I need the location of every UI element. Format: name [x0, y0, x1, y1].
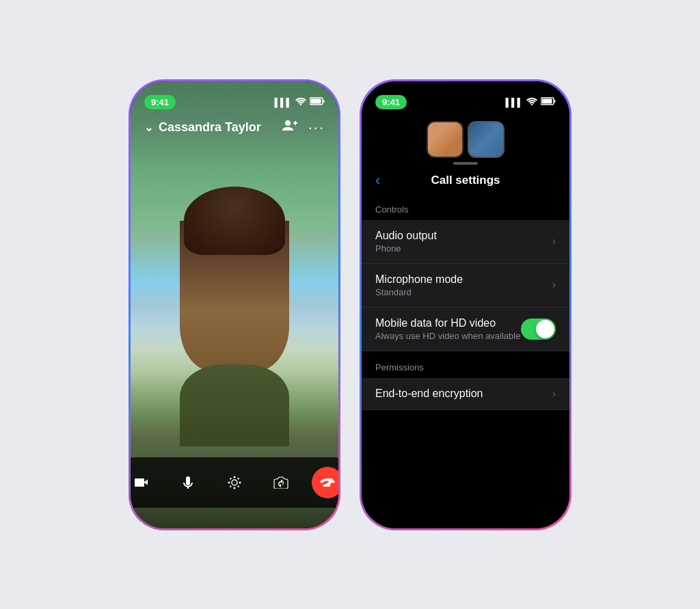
mobile-data-row[interactable]: Mobile data for HD video Always use HD v… [362, 308, 569, 351]
hair [184, 187, 285, 255]
svg-point-11 [238, 478, 239, 479]
chevron-down-icon[interactable]: ⌄ [144, 121, 153, 134]
svg-point-6 [234, 487, 236, 489]
encryption-title: End-to-end encryption [375, 388, 483, 400]
svg-point-9 [230, 478, 231, 479]
audio-output-left: Audio output Phone [375, 230, 437, 254]
svg-point-8 [239, 481, 241, 483]
left-phone-frame: 9:41 ▌▌▌ [129, 79, 340, 530]
left-phone-screen: 9:41 ▌▌▌ [131, 81, 338, 528]
person-silhouette [166, 187, 303, 446]
right-phone-frame: 9:41 ▌▌▌ [360, 79, 571, 530]
svg-point-10 [238, 485, 239, 487]
controls-section-header: Controls [362, 193, 569, 220]
svg-rect-17 [542, 99, 552, 104]
right-battery-icon [541, 97, 556, 107]
svg-point-5 [234, 476, 236, 478]
call-header: ⌄ Cassandra Taylor ··· [131, 119, 338, 137]
body [180, 364, 289, 446]
right-phone-screen: 9:41 ▌▌▌ [362, 81, 569, 528]
call-name-area: ⌄ Cassandra Taylor [144, 120, 261, 135]
mobile-data-subtitle: Always use HD video when available [375, 331, 520, 341]
effects-button[interactable] [219, 467, 250, 498]
hd-video-toggle[interactable] [521, 319, 556, 340]
left-status-bar: 9:41 ▌▌▌ [131, 81, 338, 116]
left-time: 9:41 [144, 95, 176, 109]
mobile-data-title: Mobile data for HD video [375, 317, 520, 329]
flip-camera-button[interactable] [265, 467, 297, 498]
right-time: 9:41 [375, 95, 407, 109]
battery-icon [310, 97, 325, 107]
call-actions: ··· [282, 119, 325, 137]
right-signal-icon: ▌▌▌ [505, 98, 523, 107]
end-call-button[interactable] [312, 467, 338, 498]
svg-rect-2 [311, 99, 321, 104]
svg-point-7 [228, 481, 230, 483]
settings-title: Call settings [431, 174, 500, 187]
mobile-data-left: Mobile data for HD video Always use HD v… [375, 317, 520, 341]
page-container: 9:41 ▌▌▌ [101, 52, 599, 558]
left-status-icons: ▌▌▌ [274, 97, 325, 107]
svg-point-12 [230, 485, 231, 487]
permissions-section-header: Permissions [362, 351, 569, 378]
wifi-icon [295, 97, 306, 107]
svg-point-0 [300, 104, 302, 105]
microphone-mode-row[interactable]: Microphone mode Standard › [362, 264, 569, 308]
settings-screen: 9:41 ▌▌▌ [362, 81, 569, 528]
svg-point-15 [531, 104, 533, 105]
video-button[interactable] [131, 467, 157, 498]
avatar-strip [362, 116, 569, 161]
signal-icon: ▌▌▌ [274, 98, 292, 107]
microphone-mode-subtitle: Standard [375, 287, 463, 297]
audio-output-chevron: › [552, 235, 556, 247]
encryption-chevron: › [552, 388, 556, 400]
avatar-user2 [468, 121, 504, 158]
more-icon[interactable]: ··· [308, 119, 325, 137]
right-status-bar: 9:41 ▌▌▌ [362, 81, 569, 116]
svg-point-4 [232, 480, 237, 485]
svg-rect-3 [323, 100, 325, 103]
right-status-icons: ▌▌▌ [505, 97, 556, 107]
contact-name: Cassandra Taylor [159, 120, 261, 135]
audio-output-row[interactable]: Audio output Phone › [362, 220, 569, 264]
toggle-knob [536, 320, 554, 338]
audio-output-title: Audio output [375, 230, 437, 242]
settings-nav: ‹ Call settings [362, 165, 569, 193]
svg-rect-13 [325, 484, 327, 487]
avatar-user1 [427, 121, 463, 158]
svg-rect-14 [328, 484, 330, 487]
encryption-left: End-to-end encryption [375, 388, 483, 400]
add-person-icon[interactable] [282, 119, 297, 137]
mute-button[interactable] [172, 467, 204, 498]
settings-content: Controls Audio output Phone › Microphone… [362, 193, 569, 528]
microphone-mode-title: Microphone mode [375, 273, 463, 286]
encryption-row[interactable]: End-to-end encryption › [362, 378, 569, 410]
svg-rect-18 [554, 100, 556, 103]
call-controls-bar [131, 457, 338, 508]
microphone-mode-chevron: › [552, 279, 556, 291]
microphone-mode-left: Microphone mode Standard [375, 273, 463, 297]
right-wifi-icon [526, 97, 537, 107]
back-button[interactable]: ‹ [375, 172, 380, 189]
audio-output-subtitle: Phone [375, 243, 437, 254]
